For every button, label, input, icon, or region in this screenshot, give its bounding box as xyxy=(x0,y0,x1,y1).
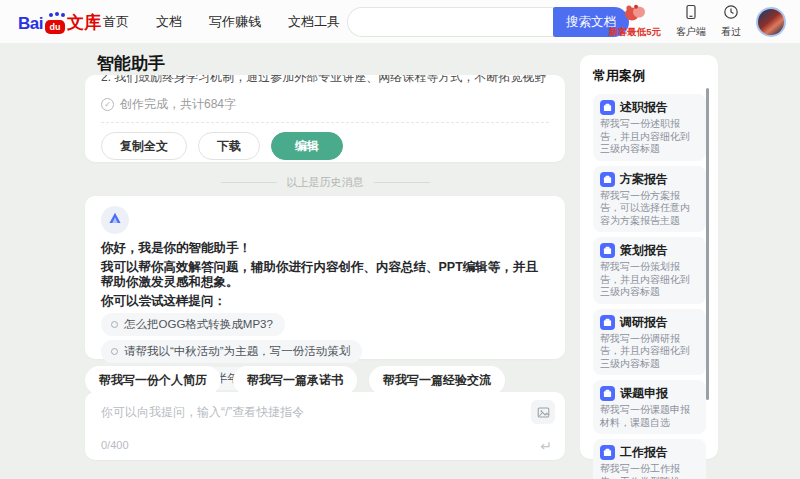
divider-text: 以上是历史消息 xyxy=(287,175,364,190)
promo-label: 新客最低5元 xyxy=(608,26,661,39)
bullet-icon xyxy=(111,321,118,328)
common-cases-panel: 常用案例 述职报告 帮我写一份述职报告，并且内容细化到三级内容标题 方案报告 帮… xyxy=(580,55,718,459)
wenku-assistant-logo-icon xyxy=(108,211,122,229)
image-upload-button[interactable] xyxy=(531,400,555,424)
nav-item-home[interactable]: 首页 xyxy=(103,13,129,31)
quick-prompt-experience[interactable]: 帮我写一篇经验交流 xyxy=(369,366,505,395)
case-doc-icon xyxy=(600,315,615,330)
case-doc-icon xyxy=(600,386,615,401)
assistant-intro: 我可以帮你高效解答问题，辅助你进行内容创作、内容总结、PPT编辑等，并且帮助你激… xyxy=(101,260,549,290)
case-item-research-report[interactable]: 调研报告 帮我写一份调研报告，并且内容细化到三级内容标题 xyxy=(593,309,706,376)
user-avatar[interactable] xyxy=(756,7,786,37)
history-divider: 以上是历史消息 xyxy=(85,175,565,190)
common-cases-title: 常用案例 xyxy=(593,67,706,85)
assistant-avatar xyxy=(101,206,129,234)
sidebar-scrollbar[interactable] xyxy=(706,88,709,400)
search-bar: 搜索文档 xyxy=(347,7,629,37)
case-item-debriefing-report[interactable]: 述职报告 帮我写一份述职报告，并且内容细化到三级内容标题 xyxy=(593,94,706,161)
chat-input-placeholder: 你可以向我提问，输入“/”查看快捷指令 xyxy=(101,404,304,421)
search-input[interactable] xyxy=(347,7,553,37)
case-item-project-application[interactable]: 课题申报 帮我写一份课题申报材料，课题自选 xyxy=(593,380,706,434)
quick-prompt-resume[interactable]: 帮我写一份个人简历 xyxy=(85,366,221,395)
divider-line-left xyxy=(221,182,277,183)
case-item-work-report[interactable]: 工作报告 帮我写一份工作报告，工作类型随机 xyxy=(593,439,706,479)
quick-prompt-commitment[interactable]: 帮我写一篇承诺书 xyxy=(233,366,357,395)
history-result-card: 2. 我们鼓励终身学习机制，通过参加外部专业讲座、网络课程等方式，不断拓宽视野，… xyxy=(85,75,565,162)
case-doc-icon xyxy=(600,243,615,258)
logo-text-wenku: 文库 xyxy=(67,11,101,34)
phone-icon xyxy=(683,4,699,24)
suggestion-ogg-to-mp3[interactable]: 怎么把OGG格式转换成MP3? xyxy=(101,313,285,336)
case-doc-icon xyxy=(600,172,615,187)
nav-item-write-earn[interactable]: 写作赚钱 xyxy=(209,13,261,31)
quick-prompt-row: 帮我写一份个人简历 帮我写一篇承诺书 帮我写一篇经验交流 xyxy=(85,366,505,395)
viewed-label: 看过 xyxy=(721,25,741,39)
divider-line-right xyxy=(374,182,430,183)
dashed-separator xyxy=(101,122,549,123)
assistant-hint: 你可以尝试这样提问： xyxy=(101,294,549,309)
logo-text-bai: Bai xyxy=(18,14,43,34)
client-app-entry[interactable]: 客户端 xyxy=(676,4,706,39)
chat-input-box[interactable]: 你可以向我提问，输入“/”查看快捷指令 0/400 ↵ xyxy=(85,392,565,460)
client-label: 客户端 xyxy=(676,25,706,39)
download-button[interactable]: 下载 xyxy=(198,132,260,160)
char-counter: 0/400 xyxy=(101,439,129,451)
history-doc-text: 2. 我们鼓励终身学习机制，通过参加外部专业讲座、网络课程等方式，不断拓宽视野，… xyxy=(101,75,549,87)
clock-icon xyxy=(723,4,739,24)
creation-status-text: 创作完成，共计684字 xyxy=(120,96,236,113)
nav-item-doc-tools[interactable]: 文档工具 xyxy=(288,13,340,31)
top-navbar: Bai du 文库 首页 文档 写作赚钱 文档工具 更多 搜索文档 新客最低5 xyxy=(0,0,800,44)
header-actions: 新客最低5元 客户端 看过 xyxy=(608,4,786,39)
case-item-planning-report[interactable]: 策划报告 帮我写一份策划报告，并且内容细化到三级内容标题 xyxy=(593,237,706,304)
case-doc-icon xyxy=(600,445,615,460)
assistant-message-card: 你好，我是你的智能助手！ 我可以帮你高效解答问题，辅助你进行内容创作、内容总结、… xyxy=(85,196,565,359)
case-item-proposal-report[interactable]: 方案报告 帮我写一份方案报告，可以选择任意内容为方案报告主题 xyxy=(593,166,706,233)
result-actions: 复制全文 下载 编辑 xyxy=(101,132,549,160)
page-title: 智能助手 xyxy=(97,52,165,75)
creation-status: ✓ 创作完成，共计684字 xyxy=(101,96,549,113)
bullet-icon xyxy=(111,348,118,355)
nav-item-docs[interactable]: 文档 xyxy=(156,13,182,31)
chat-main-area: 智能助手 2. 我们鼓励终身学习机制，通过参加外部专业讲座、网络课程等方式，不断… xyxy=(85,44,565,479)
assistant-greeting: 你好，我是你的智能助手！ xyxy=(101,241,549,256)
new-user-promo[interactable]: 新客最低5元 xyxy=(608,4,661,39)
viewed-history-entry[interactable]: 看过 xyxy=(721,4,741,39)
copy-full-text-button[interactable]: 复制全文 xyxy=(101,132,187,160)
suggestion-midautumn-plan[interactable]: 请帮我以“中秋活动”为主题，写一份活动策划 xyxy=(101,340,362,363)
baidu-wenku-logo[interactable]: Bai du 文库 xyxy=(18,11,101,34)
baidu-paw-icon: du xyxy=(45,13,65,34)
check-circle-icon: ✓ xyxy=(101,98,114,111)
promo-mascot-icon xyxy=(623,4,647,25)
send-enter-icon[interactable]: ↵ xyxy=(540,438,552,454)
case-doc-icon xyxy=(600,100,615,115)
edit-button[interactable]: 编辑 xyxy=(271,132,343,160)
